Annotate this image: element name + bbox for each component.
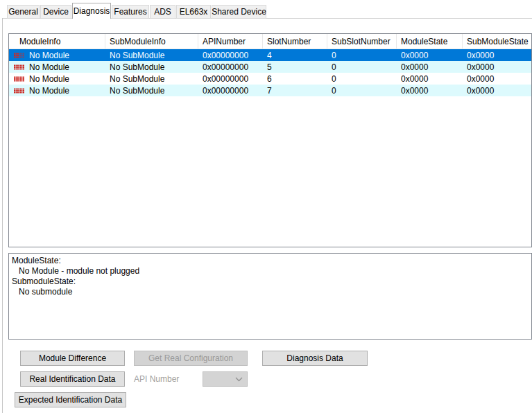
module-info-label: No Module [29,51,69,60]
table-cell-slotnumber: 5 [263,62,327,72]
table-row[interactable]: No ModuleNo SubModule0x00000000600x00000… [9,73,531,85]
tab-ads[interactable]: ADS [150,5,175,19]
table-cell-moduleinfo: No Module [9,62,105,72]
table-cell-submodulestate: 0x0000 [463,86,532,96]
expected-identification-data-button[interactable]: Expected Identification Data [15,392,126,407]
table-cell-subslotnumber: 0 [327,74,397,84]
table-cell-submoduleinfo: No SubModule [105,74,198,84]
table-cell-moduleinfo: No Module [9,51,105,60]
table-cell-subslotnumber: 0 [327,51,397,60]
real-identification-data-button[interactable]: Real Identification Data [20,371,125,387]
state-panel-line: No Module - module not plugged [9,266,531,276]
table-cell-submodulestate: 0x0000 [463,74,532,84]
get-real-configuration-button: Get Real Configuration [134,351,248,366]
module-difference-button[interactable]: Module Difference [20,351,125,366]
table-cell-slotnumber: 4 [263,51,327,60]
column-header-slotnumber[interactable]: SlotNumber [263,34,327,49]
state-panel-line: No submodule [9,287,531,297]
column-header-modulestate[interactable]: ModuleState [397,34,463,49]
module-info-label: No Module [29,74,69,84]
module-state-panel: ModuleState:No Module - module not plugg… [8,253,532,340]
tab-device[interactable]: Device [40,5,71,19]
api-number-label: API Number [134,374,179,384]
diagnosis-data-button[interactable]: Diagnosis Data [262,351,368,366]
column-header-apinumber[interactable]: APINumber [198,34,263,49]
module-table-body: No ModuleNo SubModule0x00000000400x00000… [9,49,531,96]
module-table: ModuleInfoSubModuleInfoAPINumberSlotNumb… [8,33,532,247]
table-cell-slotnumber: 6 [263,74,327,84]
state-panel-line: ModuleState: [9,256,531,266]
column-header-submoduleinfo[interactable]: SubModuleInfo [105,34,198,49]
module-info-label: No Module [29,86,69,96]
table-cell-modulestate: 0x0000 [397,74,463,84]
module-table-header: ModuleInfoSubModuleInfoAPINumberSlotNumb… [9,34,531,49]
table-cell-subslotnumber: 0 [327,62,397,72]
table-cell-modulestate: 0x0000 [397,62,463,72]
api-number-combobox [203,371,248,387]
module-info-label: No Module [29,62,69,72]
table-cell-apinumber: 0x00000000 [198,62,263,72]
column-header-submodulestate[interactable]: SubModuleState [463,34,532,49]
table-cell-slotnumber: 7 [263,86,327,96]
table-cell-apinumber: 0x00000000 [198,74,263,84]
tab-page-left-border [2,18,3,413]
column-header-subslotnumber[interactable]: SubSlotNumber [327,34,397,49]
table-cell-moduleinfo: No Module [9,74,105,84]
table-row[interactable]: No ModuleNo SubModule0x00000000500x00000… [9,61,531,73]
table-cell-moduleinfo: No Module [9,86,105,96]
tab-shared-device[interactable]: Shared Device [212,5,266,19]
tab-el663x[interactable]: EL663x [176,5,211,19]
module-grid-icon [14,88,24,94]
tab-diagnosis[interactable]: Diagnosis [72,3,111,19]
table-row[interactable]: No ModuleNo SubModule0x00000000400x00000… [9,49,531,61]
table-cell-subslotnumber: 0 [327,86,397,96]
tab-features[interactable]: Features [112,5,149,19]
tab-general[interactable]: General [7,5,40,19]
chevron-down-icon [235,377,243,382]
table-cell-apinumber: 0x00000000 [198,86,263,96]
module-grid-icon [14,76,24,82]
module-grid-icon [14,53,24,58]
table-cell-modulestate: 0x0000 [397,51,463,60]
table-cell-submoduleinfo: No SubModule [105,62,198,72]
module-grid-icon [14,64,24,70]
table-cell-apinumber: 0x00000000 [198,51,263,60]
column-header-moduleinfo[interactable]: ModuleInfo [9,34,105,49]
table-cell-submoduleinfo: No SubModule [105,51,198,60]
table-cell-submodulestate: 0x0000 [463,51,532,60]
table-cell-submodulestate: 0x0000 [463,62,532,72]
diagnosis-page: GeneralDeviceDiagnosisFeaturesADSEL663xS… [0,0,532,413]
table-cell-submoduleinfo: No SubModule [105,86,198,96]
table-cell-modulestate: 0x0000 [397,86,463,96]
state-panel-line: SubmoduleState: [9,276,531,287]
table-row[interactable]: No ModuleNo SubModule0x00000000700x00000… [9,85,531,96]
